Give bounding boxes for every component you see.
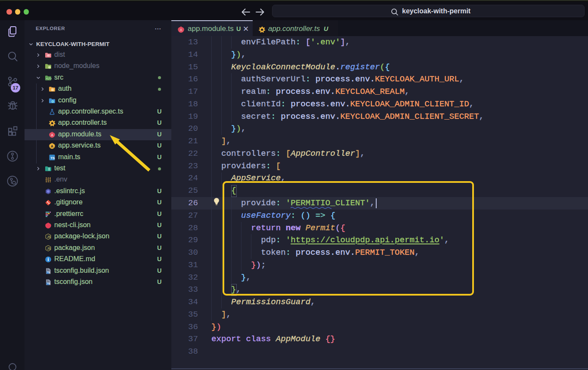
svg-text:TS: TS bbox=[50, 156, 55, 160]
svg-text:</>: </> bbox=[46, 77, 52, 80]
svg-text:TS: TS bbox=[47, 282, 50, 285]
svg-text:TS: TS bbox=[47, 271, 50, 274]
svg-text:JS: JS bbox=[47, 247, 51, 250]
svg-text:JS: JS bbox=[47, 235, 51, 238]
